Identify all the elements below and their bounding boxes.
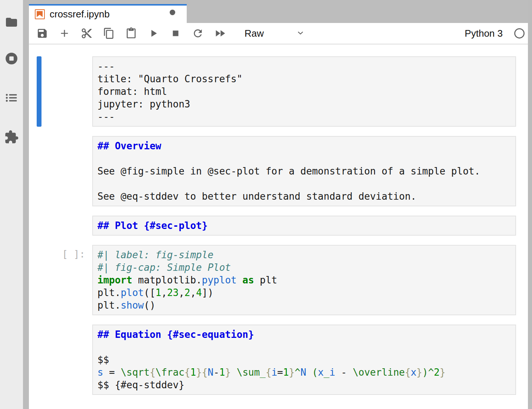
save-icon — [36, 27, 48, 39]
chevron-down-icon — [296, 29, 305, 38]
code-line: #| label: fig-simple — [97, 249, 511, 261]
activity-bar — [0, 0, 23, 409]
cell-markdown-1[interactable]: ## OverviewSee @fig-simple in @sec-plot … — [92, 136, 516, 206]
run-icon — [147, 27, 159, 39]
cell-markdown-4[interactable]: ## Equation {#sec-equation}$$s = \sqrt{\… — [92, 325, 516, 395]
code-line: ## Equation {#sec-equation} — [97, 328, 511, 341]
code-line: $$ {#eq-stddev} — [97, 379, 511, 391]
code-line: See @fig-simple in @sec-plot for a demon… — [97, 165, 511, 177]
code-line: plt.plot([1,23,2,4]) — [97, 286, 511, 299]
sidebar-item-extensions[interactable] — [0, 127, 23, 147]
tab-bar: crossref.ipynb — [29, 0, 528, 23]
cell-code-3[interactable]: [ ]:#| label: fig-simple#| fig-cap: Simp… — [92, 245, 516, 315]
cell-raw-0[interactable]: ---title: "Quarto Crossrefs"format: html… — [92, 56, 516, 127]
list-icon — [4, 91, 19, 105]
tab-crossref-ipynb[interactable]: crossref.ipynb — [29, 4, 187, 23]
code-line: import matplotlib.pyplot as plt — [97, 274, 511, 286]
paste-cells-button[interactable] — [120, 24, 142, 43]
cell-editor[interactable]: ---title: "Quarto Crossrefs"format: html… — [92, 56, 516, 127]
code-line: jupyter: python3 — [97, 98, 511, 110]
code-line: ## Overview — [97, 140, 511, 152]
code-line — [97, 341, 511, 353]
dock-panel-divider — [23, 0, 29, 409]
right-edge-strip — [528, 0, 532, 409]
copy-cells-button[interactable] — [98, 24, 120, 43]
code-line — [97, 177, 511, 190]
notebook-toolbar: Raw Python 3 — [29, 23, 528, 44]
cell-editor[interactable]: ## OverviewSee @fig-simple in @sec-plot … — [92, 136, 516, 206]
tab-title: crossref.ipynb — [50, 9, 110, 20]
cell-type-value: Raw — [245, 28, 264, 39]
cell-type-selector[interactable]: Raw — [245, 28, 305, 39]
execution-prompt: [ ]: — [29, 245, 85, 260]
sidebar-item-running-kernels[interactable] — [0, 48, 23, 69]
sidebar-item-file-browser[interactable] — [0, 12, 23, 33]
code-line: ## Plot {#sec-plot} — [97, 219, 511, 232]
code-line: $$ — [97, 353, 511, 366]
code-line: format: html — [97, 85, 511, 98]
cut-icon — [81, 27, 93, 39]
sidebar-item-table-of-contents[interactable] — [0, 87, 23, 108]
add-cell-icon — [59, 27, 70, 39]
code-line: --- — [97, 60, 511, 73]
unsaved-changes-dot[interactable] — [170, 10, 175, 15]
code-line: --- — [97, 110, 511, 123]
code-line: title: "Quarto Crossrefs" — [97, 73, 511, 85]
notebook-file-icon — [35, 9, 45, 19]
kernel-name: Python 3 — [465, 28, 503, 39]
save-button[interactable] — [31, 24, 53, 43]
stop-circle-icon — [4, 51, 19, 66]
jupyterlab-window: crossref.ipynb — [0, 0, 532, 409]
cell-markdown-2[interactable]: ## Plot {#sec-plot} — [92, 216, 516, 236]
run-cell-button[interactable] — [142, 24, 164, 43]
main-dock-panel: crossref.ipynb — [29, 0, 528, 409]
puzzle-icon — [4, 130, 19, 144]
code-line — [97, 152, 511, 165]
restart-kernel-button[interactable] — [187, 24, 209, 43]
code-line: s = \sqrt{\frac{1}{N-1} \sum_{i=1}^N (x_… — [97, 366, 511, 379]
kernel-idle-circle-icon — [514, 28, 525, 39]
add-cell-button[interactable] — [53, 24, 76, 43]
notebook-panel: ---title: "Quarto Crossrefs"format: html… — [29, 44, 528, 409]
stop-icon — [170, 28, 181, 39]
code-line: plt.show() — [97, 299, 511, 312]
copy-icon — [103, 27, 115, 39]
paste-icon — [125, 27, 137, 39]
notebook-cells: ---title: "Quarto Crossrefs"format: html… — [29, 56, 528, 395]
cell-editor[interactable]: #| label: fig-simple#| fig-cap: Simple P… — [92, 245, 516, 315]
cut-cells-button[interactable] — [76, 24, 98, 43]
code-line: #| fig-cap: Simple Plot — [97, 261, 511, 274]
code-line: See @eq-stddev to better understand stan… — [97, 190, 511, 203]
folder-icon — [5, 16, 18, 29]
restart-kernel-icon — [192, 27, 204, 39]
interrupt-kernel-button[interactable] — [164, 24, 187, 43]
cell-editor[interactable]: ## Plot {#sec-plot} — [92, 216, 516, 236]
restart-run-all-button[interactable] — [209, 24, 231, 43]
cell-editor[interactable]: ## Equation {#sec-equation}$$s = \sqrt{\… — [92, 325, 516, 395]
run-all-icon — [214, 27, 226, 40]
kernel-indicator[interactable]: Python 3 — [465, 28, 525, 39]
selected-cell-collapser[interactable] — [37, 56, 41, 127]
